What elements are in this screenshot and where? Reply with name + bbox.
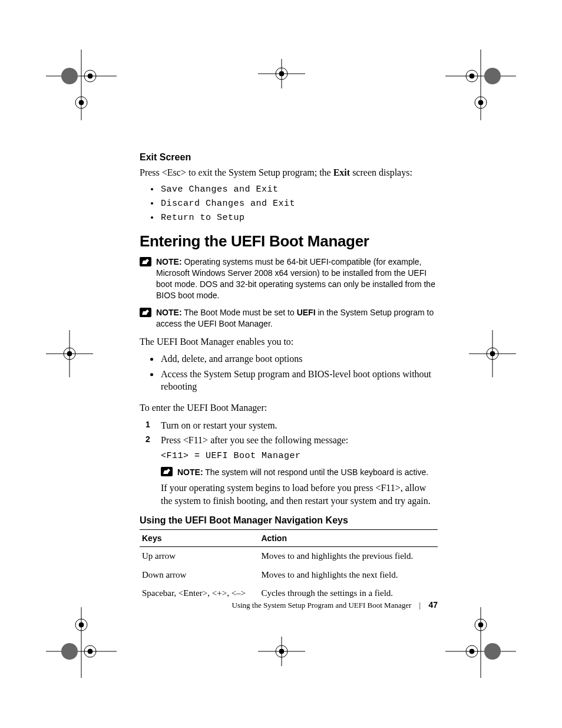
list-item: Access the System Setup program and BIOS…	[160, 368, 438, 393]
svg-point-6	[79, 100, 84, 105]
registration-mark-icon	[258, 637, 305, 666]
svg-point-21	[490, 351, 495, 356]
note-body: The system will not respond until the US…	[205, 467, 428, 477]
svg-point-26	[88, 649, 92, 654]
registration-mark-icon	[46, 330, 93, 377]
note-text: NOTE: The Boot Mode must be set to UEFI …	[156, 307, 438, 330]
svg-point-2	[61, 68, 78, 84]
table-row: Down arrow Moves to and highlights the n…	[140, 566, 438, 585]
svg-point-11	[470, 74, 474, 78]
note-text: NOTE: Operating systems must be 64-bit U…	[156, 256, 438, 301]
section-heading: Entering the UEFI Boot Manager	[140, 232, 438, 251]
svg-point-35	[478, 622, 483, 627]
registration-mark-icon	[469, 330, 516, 377]
col-action: Action	[259, 530, 438, 547]
svg-point-33	[470, 649, 474, 654]
enter-intro: To enter the UEFI Boot Manager:	[140, 401, 438, 414]
footer-divider: |	[419, 601, 421, 610]
page-content: Exit Screen Press <Esc> to exit the Syst…	[140, 152, 438, 603]
bold-text: UEFI	[297, 308, 316, 317]
col-keys: Keys	[140, 530, 259, 547]
svg-point-43	[279, 71, 284, 76]
svg-point-24	[61, 643, 78, 660]
text: Press <Esc> to exit the System Setup pro…	[140, 167, 333, 177]
registration-mark-icon	[46, 607, 117, 678]
navkeys-table: Keys Action Up arrow Moves to and highli…	[140, 529, 438, 603]
exit-intro: Press <Esc> to exit the System Setup pro…	[140, 166, 438, 179]
cell-key: Down arrow	[140, 566, 259, 585]
step-note: NOTE: The system will not respond until …	[161, 467, 438, 478]
steps-list: Turn on or restart your system. Press <F…	[140, 419, 438, 508]
cell-key: Up arrow	[140, 547, 259, 566]
registration-mark-icon	[445, 50, 516, 120]
step-2: Press <F11> after you see the following …	[160, 434, 438, 507]
note-pencil-icon	[140, 308, 151, 317]
text: The Boot Mode must be set to	[184, 308, 296, 317]
bold-text: Exit	[333, 167, 350, 177]
note-body: Operating systems must be 64-bit UEFI-co…	[156, 257, 435, 300]
svg-point-31	[484, 643, 501, 660]
step-text: Turn on or restart your system.	[161, 420, 277, 430]
svg-point-17	[67, 351, 72, 356]
svg-point-13	[478, 100, 483, 105]
note-label: NOTE:	[177, 467, 203, 477]
svg-point-28	[79, 622, 84, 627]
enables-intro: The UEFI Boot Manager enables you to:	[140, 335, 438, 348]
note-pencil-icon	[161, 467, 173, 476]
page-footer: Using the System Setup Program and UEFI …	[140, 600, 438, 610]
enables-list: Add, delete, and arrange boot options Ac…	[140, 353, 438, 393]
list-item: Save Changes and Exit	[160, 184, 438, 196]
list-item: Discard Changes and Exit	[160, 198, 438, 210]
code-line: <F11> = UEFI Boot Manager	[161, 450, 438, 462]
exit-screen-heading: Exit Screen	[140, 152, 438, 163]
text: screen displays:	[350, 167, 412, 177]
list-item: Add, delete, and arrange boot options	[160, 353, 438, 365]
cell-action: Moves to and highlights the next field.	[259, 566, 438, 585]
navkeys-heading: Using the UEFI Boot Manager Navigation K…	[140, 515, 438, 526]
list-item: Return to Setup	[160, 212, 438, 224]
note-1: NOTE: Operating systems must be 64-bit U…	[140, 256, 438, 301]
registration-mark-icon	[445, 607, 516, 678]
table-header-row: Keys Action	[140, 530, 438, 547]
note-pencil-icon	[140, 257, 151, 266]
note-label: NOTE:	[156, 257, 182, 266]
cell-action: Moves to and highlights the previous fie…	[259, 547, 438, 566]
svg-point-39	[279, 649, 284, 654]
svg-point-4	[88, 74, 92, 78]
registration-mark-icon	[258, 59, 305, 88]
footer-title: Using the System Setup Program and UEFI …	[232, 601, 412, 610]
registration-mark-icon	[46, 50, 117, 120]
svg-point-9	[484, 68, 501, 84]
step-1: Turn on or restart your system.	[160, 419, 438, 432]
step-tail: If your operating system begins to load …	[161, 482, 438, 507]
exit-options-list: Save Changes and Exit Discard Changes an…	[140, 184, 438, 225]
step-text: Press <F11> after you see the following …	[161, 435, 348, 445]
page-number: 47	[428, 600, 438, 610]
note-label: NOTE:	[156, 308, 182, 317]
table-row: Up arrow Moves to and highlights the pre…	[140, 547, 438, 566]
note-text: NOTE: The system will not respond until …	[177, 467, 428, 478]
note-2: NOTE: The Boot Mode must be set to UEFI …	[140, 307, 438, 330]
